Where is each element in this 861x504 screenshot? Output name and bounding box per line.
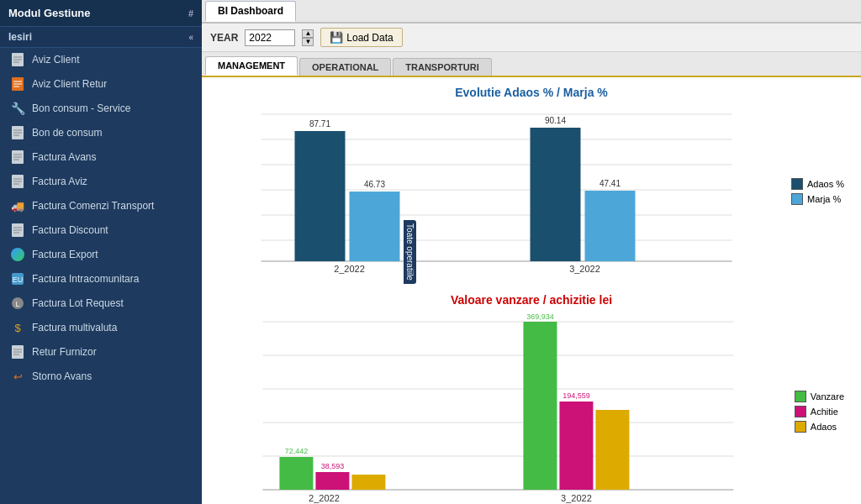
collapse-tab-label: Toate operatiile xyxy=(405,223,415,281)
sub-tab-operational[interactable]: OPERATIONAL xyxy=(299,58,391,76)
chart2-bar-2022-vanzare xyxy=(279,457,313,490)
main-content: BI Dashboard YEAR ▲ ▼ 💾 Load Data MANAGE… xyxy=(202,0,861,504)
sidebar-pin[interactable]: # xyxy=(188,8,193,18)
main-tab-bar: BI Dashboard xyxy=(202,0,861,24)
sidebar: Modul Gestiune # Iesiri « Aviz ClientAvi… xyxy=(0,0,202,504)
svg-text:L: L xyxy=(15,300,19,308)
sidebar-item-label: Factura Intracomunitara xyxy=(32,273,139,285)
sidebar-item-factura-lot-request[interactable]: LFactura Lot Request xyxy=(0,291,202,316)
sidebar-item-aviz-client-retur[interactable]: Aviz Client Retur xyxy=(0,72,202,97)
sidebar-item-storno-avans[interactable]: ↩Storno Avans xyxy=(0,365,202,389)
sidebar-item-factura-intracomunitara[interactable]: EUFactura Intracomunitara xyxy=(0,267,202,291)
sidebar-item-factura-aviz[interactable]: Factura Aviz xyxy=(0,170,202,194)
sidebar-item-bon-consum-service[interactable]: 🔧Bon consum - Service xyxy=(0,97,202,121)
svg-text:87.71: 87.71 xyxy=(309,119,330,129)
chart1-bar-2022-marja xyxy=(349,192,399,261)
doc-icon xyxy=(10,223,25,238)
multi-icon: $ xyxy=(10,320,25,335)
legend-label-vanzare: Vanzare xyxy=(811,391,844,402)
chart2-bar-2022-achitie xyxy=(315,472,349,490)
chart2-bar-2022-adaos xyxy=(351,475,385,490)
sidebar-item-factura-avans[interactable]: Factura Avans xyxy=(0,145,202,170)
chart2-bar-3022-achitie xyxy=(559,402,593,490)
truck-icon: 🚚 xyxy=(10,198,25,213)
sidebar-item-label: Retur Furnizor xyxy=(32,346,97,358)
sub-tab-transporturi[interactable]: TRANSPORTURI xyxy=(393,58,491,76)
sub-tab-bar: MANAGEMENT OPERATIONAL TRANSPORTURI xyxy=(202,52,861,77)
chart1-title: Evolutie Adaos % / Marja % xyxy=(219,86,844,99)
sidebar-item-factura-comenzi-transport[interactable]: 🚚Factura Comenzi Transport xyxy=(0,194,202,218)
doc-icon xyxy=(10,344,25,360)
collapse-tab[interactable]: Toate operatiile xyxy=(404,220,416,284)
svg-text:$: $ xyxy=(14,322,21,334)
svg-text:72,442: 72,442 xyxy=(285,447,309,455)
sidebar-item-aviz-client[interactable]: Aviz Client xyxy=(0,48,202,72)
intra-icon: EU xyxy=(10,271,25,286)
svg-text:2_2022: 2_2022 xyxy=(309,493,340,503)
sidebar-item-label: Aviz Client xyxy=(32,54,79,66)
sidebar-item-factura-multivaluta[interactable]: $Factura multivaluta xyxy=(0,316,202,340)
svg-text:3_2022: 3_2022 xyxy=(561,493,592,503)
wrench-icon: 🔧 xyxy=(10,101,25,116)
sidebar-title: Modul Gestiune xyxy=(8,7,91,19)
load-button-label: Load Data xyxy=(346,32,393,44)
year-down-btn[interactable]: ▼ xyxy=(302,38,314,46)
year-label: YEAR xyxy=(210,32,238,44)
legend-item-vanzare: Vanzare xyxy=(795,391,844,402)
legend-color-achitie xyxy=(795,406,806,417)
sidebar-section-chevron[interactable]: « xyxy=(188,33,193,42)
sidebar-item-label: Factura Lot Request xyxy=(32,297,124,309)
lot-icon: L xyxy=(10,296,25,311)
svg-text:38,593: 38,593 xyxy=(321,462,345,470)
sidebar-section-iesiri: Iesiri « xyxy=(0,27,202,48)
globe-icon xyxy=(10,247,25,262)
chart2-wrapper: 72,442 38,593 2_2022 369,934 xyxy=(219,313,844,504)
toolbar: YEAR ▲ ▼ 💾 Load Data xyxy=(202,24,861,52)
sidebar-item-bon-de-consum[interactable]: Bon de consum xyxy=(0,121,202,145)
chart2-bar-3022-adaos xyxy=(595,410,629,490)
sidebar-item-label: Storno Avans xyxy=(32,370,92,382)
year-up-btn[interactable]: ▲ xyxy=(302,29,314,38)
sidebar-item-label: Aviz Client Retur xyxy=(32,78,107,90)
svg-text:EU: EU xyxy=(13,276,24,284)
year-spinner[interactable]: ▲ ▼ xyxy=(302,29,314,46)
doc-icon xyxy=(10,52,25,67)
chart2-legend: Vanzare Achitie Adaos xyxy=(795,391,844,433)
svg-text:194,559: 194,559 xyxy=(563,391,590,400)
chart1-svg: 87.71 46.73 2_2022 90.14 47.41 xyxy=(219,106,783,274)
legend-item-adaos: Adaos % xyxy=(791,178,844,190)
sidebar-item-factura-export[interactable]: Factura Export xyxy=(0,243,202,267)
sidebar-item-factura-discount[interactable]: Factura Discount xyxy=(0,218,202,243)
legend-color-adaos xyxy=(791,178,803,190)
svg-text:90.14: 90.14 xyxy=(545,116,566,125)
chart1-bar-3022-marja xyxy=(584,191,635,261)
sidebar-item-label: Factura Avans xyxy=(32,151,97,163)
storno-icon: ↩ xyxy=(10,369,25,384)
chart1-bar-3022-adaos xyxy=(530,128,580,261)
legend-item-adaos2: Adaos xyxy=(795,421,844,433)
legend-color-marja xyxy=(791,193,803,205)
load-data-button[interactable]: 💾 Load Data xyxy=(320,28,402,47)
sidebar-item-label: Factura Comenzi Transport xyxy=(32,200,154,212)
load-icon: 💾 xyxy=(330,31,343,44)
sidebar-item-retur-furnizor[interactable]: Retur Furnizor xyxy=(0,340,202,365)
sidebar-section-label: Iesiri xyxy=(8,31,32,43)
legend-item-marja: Marja % xyxy=(791,193,844,205)
svg-text:2_2022: 2_2022 xyxy=(334,264,365,274)
sidebar-items-container: Aviz ClientAviz Client Retur🔧Bon consum … xyxy=(0,48,202,389)
chart1-svg-container: 87.71 46.73 2_2022 90.14 47.41 xyxy=(219,106,783,276)
svg-text:46.73: 46.73 xyxy=(364,180,385,189)
chart2-section: Valoare vanzare / achizitie lei xyxy=(219,293,844,504)
sidebar-header: Modul Gestiune # xyxy=(0,0,202,27)
sidebar-item-label: Factura multivaluta xyxy=(32,322,117,333)
legend-label-adaos: Adaos % xyxy=(807,179,844,189)
tab-bi-dashboard[interactable]: BI Dashboard xyxy=(205,1,296,22)
chart1-bar-2022-adaos xyxy=(294,131,345,261)
sub-tab-management[interactable]: MANAGEMENT xyxy=(205,56,298,76)
chart2-bar-3022-vanzare xyxy=(523,322,557,490)
legend-color-adaos2 xyxy=(795,421,806,433)
doc-icon xyxy=(10,150,25,165)
sidebar-item-label: Bon de consum xyxy=(32,127,102,139)
charts-area: Evolutie Adaos % / Marja % xyxy=(202,77,861,504)
year-input[interactable] xyxy=(245,29,295,46)
